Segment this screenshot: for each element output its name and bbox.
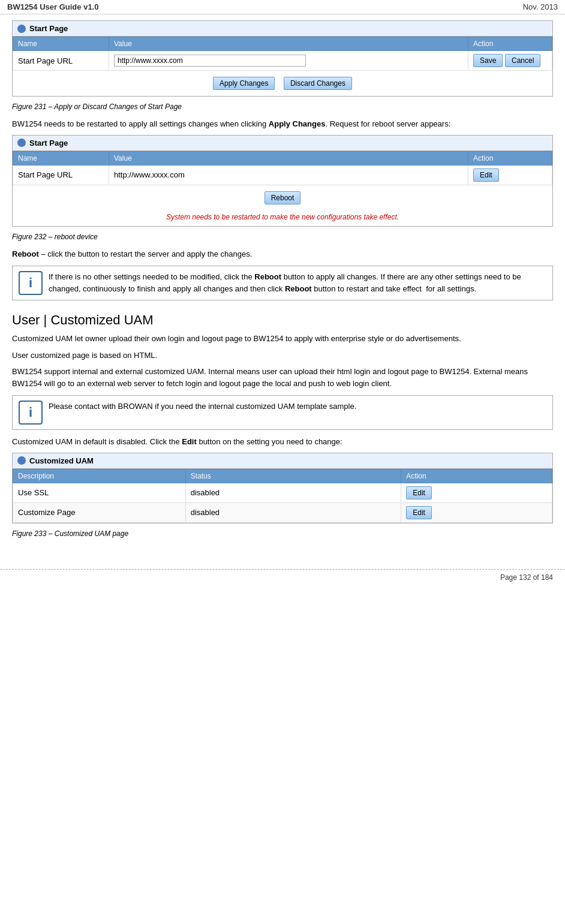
cell-name: Start Page URL: [13, 165, 109, 185]
reboot-warning: System needs to be restarted to make the…: [13, 213, 552, 221]
widget-title-uam: Customized UAM: [13, 453, 552, 469]
widget-title-label-uam: Customized UAM: [29, 456, 94, 465]
save-button[interactable]: Save: [473, 54, 503, 67]
table-row: Customize Page disabled Edit: [13, 502, 552, 522]
th-value-2: Value: [109, 151, 468, 165]
info-box-1: i If there is no other settings needed t…: [12, 266, 553, 300]
para1-text: BW1254 needs to be restarted to apply al…: [12, 119, 269, 128]
figure-231-caption: Figure 231 – Apply or Discard Changes of…: [12, 103, 553, 111]
cell-status: disabled: [185, 483, 401, 502]
customized-uam-widget: Customized UAM Description Status Action…: [12, 453, 553, 523]
reboot-label: Reboot: [12, 249, 39, 258]
page-header: BW1254 User Guide v1.0 Nov. 2013: [0, 0, 565, 14]
table-row: Use SSL disabled Edit: [13, 483, 552, 502]
cell-value: [109, 51, 468, 71]
paragraph-reboot: Reboot – click the button to restart the…: [12, 248, 553, 260]
para1-end: . Request for reboot server appears:: [325, 119, 450, 128]
widget-icon-1: [17, 25, 26, 33]
edit-button-startpage[interactable]: Edit: [473, 168, 499, 182]
info-icon-1: i: [19, 271, 43, 295]
cell-value: http://www.xxxx.com: [109, 165, 468, 185]
edit-button-ssl[interactable]: Edit: [406, 486, 432, 499]
widget-title-2: Start Page: [13, 136, 552, 151]
paragraph-5: Customized UAM in default is disabled. C…: [12, 436, 553, 448]
widget-title-label-1: Start Page: [29, 24, 68, 33]
cell-description: Use SSL: [13, 483, 186, 502]
th-name-2: Name: [13, 151, 109, 165]
reboot-button[interactable]: Reboot: [265, 191, 301, 204]
apply-discard-row: Apply Changes Discard Changes: [13, 71, 552, 96]
th-name-1: Name: [13, 37, 109, 51]
th-value-1: Value: [109, 37, 468, 51]
edit-button-customize[interactable]: Edit: [406, 506, 432, 519]
header-date: Nov. 2013: [523, 2, 558, 11]
page-footer: Page 132 of 184: [0, 569, 565, 585]
apply-changes-button[interactable]: Apply Changes: [213, 77, 275, 90]
paragraph-4: BW1254 support internal and external cus…: [12, 366, 553, 389]
infobox1-content: If there is no other settings needed to …: [49, 272, 521, 293]
reboot-rest: – click the button to restart the server…: [39, 249, 253, 258]
cell-action: Edit: [401, 502, 552, 522]
th-status: Status: [185, 469, 401, 483]
header-title: BW1254 User Guide v1.0: [7, 2, 98, 11]
discard-changes-button[interactable]: Discard Changes: [284, 77, 352, 90]
widget-title-label-2: Start Page: [29, 139, 68, 148]
cell-status: disabled: [185, 502, 401, 522]
table-row: Start Page URL http://www.xxxx.com Edit: [13, 165, 552, 185]
start-page-widget-1: Start Page Name Value Action Start Page …: [12, 20, 553, 97]
para1-bold: Apply Changes: [269, 119, 326, 128]
para5-bold: Edit: [182, 437, 197, 446]
para5-start: Customized UAM in default is disabled. C…: [12, 437, 182, 446]
cancel-button[interactable]: Cancel: [505, 54, 540, 67]
cell-action: Save Cancel: [468, 51, 552, 71]
cell-action: Edit: [468, 165, 552, 185]
cell-description: Customize Page: [13, 502, 186, 522]
main-content: Start Page Name Value Action Start Page …: [0, 14, 565, 557]
widget-icon-2: [17, 139, 26, 147]
widget-title-1: Start Page: [13, 21, 552, 37]
widget-icon-uam: [17, 456, 26, 465]
figure-233-caption: Figure 233 – Customized UAM page: [12, 529, 553, 538]
info-icon-2: i: [19, 401, 43, 425]
paragraph-2: Customized UAM let owner upload their ow…: [12, 333, 553, 345]
start-page-table-1: Name Value Action Start Page URL Save Ca…: [13, 37, 552, 71]
start-page-url-input[interactable]: [114, 55, 306, 67]
info-text-2: Please contact with BROWAN if you need t…: [49, 401, 356, 413]
para5-end: button on the setting you need to change…: [197, 437, 342, 446]
start-page-widget-2: Start Page Name Value Action Start Page …: [12, 135, 553, 227]
paragraph-3: User customized page is based on HTML.: [12, 350, 553, 362]
th-action-1: Action: [468, 37, 552, 51]
customized-uam-table: Description Status Action Use SSL disabl…: [13, 469, 552, 523]
reboot-row: Reboot: [13, 185, 552, 210]
cell-name: Start Page URL: [13, 51, 109, 71]
section-heading-uam: User | Customized UAM: [12, 312, 553, 328]
paragraph-1: BW1254 needs to be restarted to apply al…: [12, 118, 553, 130]
th-action-uam: Action: [401, 469, 552, 483]
info-text-1: If there is no other settings needed to …: [49, 271, 546, 294]
table-row: Start Page URL Save Cancel: [13, 51, 552, 71]
th-description: Description: [13, 469, 186, 483]
th-action-2: Action: [468, 151, 552, 165]
page-number: Page 132 of 184: [500, 573, 553, 582]
cell-action: Edit: [401, 483, 552, 502]
figure-232-caption: Figure 232 – reboot device: [12, 233, 553, 241]
info-box-2: i Please contact with BROWAN if you need…: [12, 395, 553, 430]
start-page-table-2: Name Value Action Start Page URL http://…: [13, 151, 552, 185]
